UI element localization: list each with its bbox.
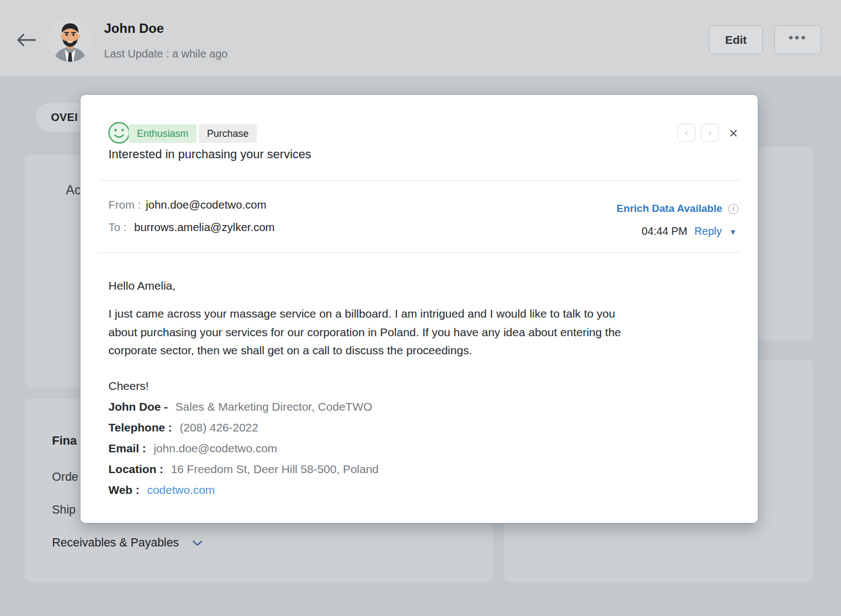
last-update-text: Last Update : a while ago (104, 48, 228, 60)
telephone-value: (208) 426-2022 (180, 421, 258, 434)
signature-name: John Doe - (108, 400, 168, 413)
signature-web-row: Web : codetwo.com (108, 483, 689, 497)
intent-badge: Purchase (199, 124, 257, 143)
from-label: From : (108, 198, 141, 211)
telephone-label: Telephone : (108, 421, 172, 434)
sentiment-badge-label: Enthusiasm (137, 128, 188, 140)
time-reply-row: 04:44 PM Reply ▼ (642, 225, 737, 238)
to-row: To : burrows.amelia@zylker.com (108, 221, 275, 234)
signature-email-row: Email : john.doe@codetwo.com (108, 441, 689, 455)
website-link[interactable]: codetwo.com (147, 483, 215, 496)
to-address: burrows.amelia@zylker.com (134, 221, 275, 234)
edit-button[interactable]: Edit (709, 25, 763, 54)
signature-location-row: Location : 16 Freedom St, Deer Hill 58-5… (108, 462, 689, 476)
back-arrow-icon (16, 33, 36, 49)
receivables-payables-label: Receivables & Payables (52, 536, 179, 550)
email-paragraph: I just came across your massage service … (108, 304, 631, 360)
previous-email-button[interactable]: ‹ (677, 124, 695, 142)
reply-dropdown-caret-icon[interactable]: ▼ (729, 226, 737, 237)
page: John Doe Last Update : a while ago Edit … (0, 0, 841, 616)
email-subject: Interested in purchasing your services (108, 147, 312, 162)
divider (99, 252, 741, 253)
close-icon: ✕ (729, 127, 739, 140)
location-value: 16 Freedom St, Deer Hill 58-500, Poland (171, 463, 378, 475)
sentiment-smiley-icon (108, 122, 130, 144)
enrich-data-row: Enrich Data Available i (617, 203, 739, 215)
background-row-shipping: Ship (52, 503, 76, 517)
to-label: To : (108, 221, 126, 234)
page-title: John Doe (104, 21, 164, 36)
signature-name-row: John Doe - Sales & Marketing Director, C… (108, 400, 689, 413)
divider (99, 180, 741, 181)
from-address: john.doe@codetwo.com (146, 198, 266, 211)
edit-button-label: Edit (725, 33, 747, 47)
email-closing: Cheers! (108, 379, 689, 393)
receivables-payables-row[interactable]: Receivables & Payables (52, 536, 203, 550)
background-section-text: Ac (66, 182, 81, 198)
chevron-right-icon: › (708, 126, 712, 139)
chevron-down-icon[interactable] (192, 536, 203, 550)
signature-telephone-row: Telephone : (208) 426-2022 (108, 421, 689, 434)
sentiment-badge: Enthusiasm (129, 124, 197, 143)
more-options-button[interactable]: ••• (774, 25, 821, 54)
avatar (48, 18, 92, 62)
back-button[interactable] (15, 31, 37, 50)
email-time: 04:44 PM (642, 225, 687, 238)
enrich-data-link[interactable]: Enrich Data Available (617, 203, 722, 215)
signature-role: Sales & Marketing Director, CodeTWO (175, 400, 372, 413)
more-icon: ••• (788, 31, 807, 49)
email-greeting: Hello Amelia, (108, 278, 689, 294)
background-row-orders: Orde (52, 470, 78, 484)
background-section-title: Fina (52, 434, 77, 448)
close-modal-button[interactable]: ✕ (724, 124, 742, 142)
intent-badge-label: Purchase (207, 128, 249, 140)
email-value: john.doe@codetwo.com (154, 442, 278, 454)
web-label: Web : (108, 483, 140, 496)
email-preview-modal: Enthusiasm Purchase ‹ › ✕ Interested in … (80, 94, 758, 523)
info-icon[interactable]: i (728, 204, 739, 214)
topbar: John Doe Last Update : a while ago Edit … (0, 0, 841, 77)
location-label: Location : (108, 463, 163, 475)
chevron-left-icon: ‹ (684, 126, 688, 139)
email-label: Email : (108, 442, 146, 454)
email-body: Hello Amelia, I just came across your ma… (108, 278, 689, 504)
next-email-button[interactable]: › (701, 124, 719, 142)
reply-button[interactable]: Reply (694, 225, 722, 238)
from-row: From : john.doe@codetwo.com (108, 198, 266, 211)
tab-overview-label: OVEI (51, 111, 78, 124)
